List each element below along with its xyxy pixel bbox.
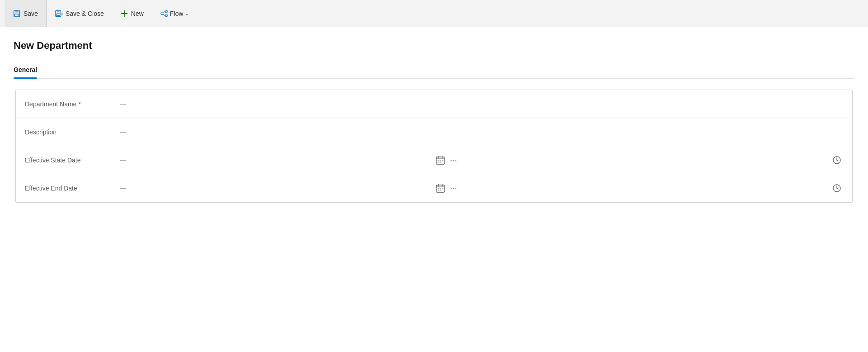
description-label: Description [25,128,115,136]
svg-line-24 [837,160,839,161]
effective-state-date-clock-icon[interactable] [830,154,843,166]
effective-end-date-calendar-icon[interactable] [434,182,447,195]
department-name-label: Department Name * [25,100,115,108]
effective-end-date-clock-icon[interactable] [830,182,843,195]
flow-button[interactable]: Flow ⌄ [152,0,198,27]
svg-line-36 [837,188,839,189]
new-button[interactable]: New [112,0,152,27]
effective-state-date-label: Effective State Date [25,157,115,164]
save-close-label: Save & Close [66,10,104,17]
effective-end-date-label: Effective End Date [25,185,115,192]
effective-state-date-right: --- [434,154,843,166]
effective-state-time-value: --- [450,157,457,164]
effective-end-date-row: Effective End Date --- [16,174,852,202]
save-close-icon [55,10,63,18]
svg-rect-4 [57,10,59,12]
svg-rect-18 [440,160,441,161]
flow-icon [160,10,168,18]
effective-state-date-value[interactable]: --- [115,157,434,164]
svg-rect-1 [15,10,18,12]
save-button[interactable]: Save [5,0,47,27]
save-label: Save [24,10,38,17]
page-content: New Department General Department Name *… [0,27,868,216]
description-field[interactable]: --- [115,128,843,136]
required-star: * [78,100,80,108]
flow-label: Flow [170,10,184,17]
svg-rect-33 [440,190,441,191]
department-name-field[interactable]: --- [115,100,843,108]
new-label: New [131,10,144,17]
effective-state-date-calendar-icon[interactable] [434,154,447,166]
effective-end-time-value: --- [450,185,457,192]
save-close-button[interactable]: Save & Close [47,0,112,27]
department-name-row: Department Name * --- [16,90,852,118]
svg-rect-20 [438,162,439,163]
svg-rect-9 [165,10,167,12]
flow-chevron-down-icon: ⌄ [185,10,189,17]
toolbar: Save Save & Close New Flow ⌄ [0,0,868,27]
form-container: Department Name * --- Description --- Ef… [15,90,853,203]
svg-rect-32 [438,190,439,191]
effective-end-date-value[interactable]: --- [115,185,434,192]
svg-rect-21 [440,162,441,163]
svg-rect-31 [442,188,443,189]
page-title: New Department [14,40,854,52]
svg-rect-2 [15,14,19,16]
save-icon [13,10,21,18]
tab-general[interactable]: General [14,62,37,78]
svg-rect-29 [438,188,439,189]
svg-rect-19 [442,160,443,161]
tab-bar: General [14,62,854,79]
effective-end-date-right: --- [434,182,843,195]
svg-rect-5 [57,14,60,16]
svg-rect-8 [161,13,163,14]
effective-end-date-left: Effective End Date --- [25,185,434,192]
svg-rect-10 [165,14,167,16]
description-row: Description --- [16,118,852,146]
svg-rect-30 [440,188,441,189]
effective-state-date-row: Effective State Date --- [16,146,852,174]
svg-rect-17 [438,160,439,161]
effective-state-date-left: Effective State Date --- [25,157,434,164]
new-plus-icon [120,10,128,18]
